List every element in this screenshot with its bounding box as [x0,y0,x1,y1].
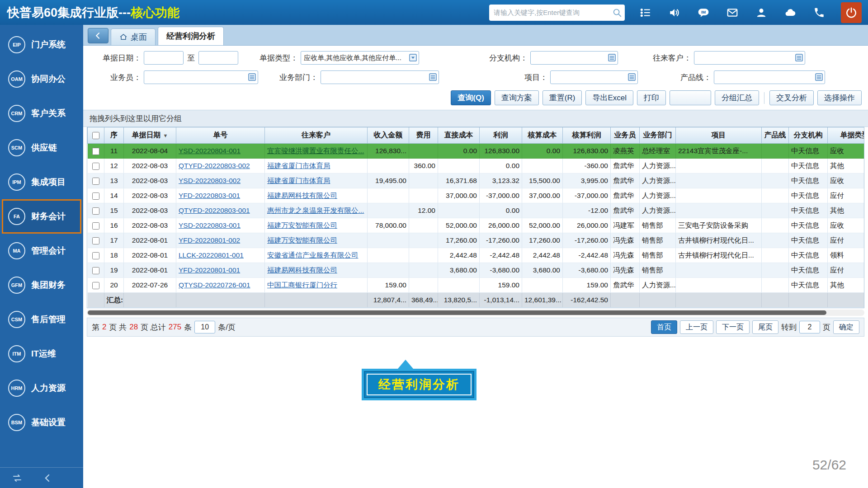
sidebar-item-gfm[interactable]: GFM集团财务 [0,268,83,302]
customer-link[interactable]: 安徽省通信产业服务有限公司 [267,251,359,259]
table-row[interactable]: 192022-08-01YFD-20220801-001福建易网科技有限公司3,… [88,263,865,278]
doc-no-link[interactable]: YFD-20220803-001 [179,192,240,199]
salesman-input[interactable] [144,70,258,84]
doc-date-to-input[interactable] [198,51,238,65]
lookup-icon[interactable] [795,54,803,61]
row-checkbox[interactable] [92,192,99,200]
customer-link[interactable]: 福建易网科技有限公司 [267,192,337,199]
query-plan-button[interactable]: 查询方案 [495,90,539,105]
dropdown-icon[interactable] [409,54,417,61]
sidebar-item-csm[interactable]: CSM售后管理 [0,302,83,337]
user-icon[interactable] [753,5,769,21]
search-input[interactable] [494,9,612,16]
sort-desc-icon[interactable]: ▼ [163,133,168,138]
col-header-seq[interactable]: 序 [104,127,124,144]
table-row[interactable]: 112022-08-04YSD-20220804-001宜宾骏继洪骥置业有限责任… [88,144,865,159]
confirm-button[interactable]: 确定 [833,320,859,334]
table-row[interactable]: 202022-07-26QTYSD-20220726-001中国工商银行厦门分行… [88,278,865,293]
col-header-direct-cost[interactable]: 直接成本 [438,127,480,144]
table-row[interactable]: 122022-08-03QTYFD-20220803-002福建省厦门市体育局3… [88,159,865,174]
doc-no-link[interactable]: QTYFD-20220803-002 [179,162,250,169]
cross-analysis-button[interactable]: 交叉分析 [769,90,814,105]
doc-no-link[interactable]: YFD-20220801-002 [179,236,240,244]
lookup-icon[interactable] [628,73,636,81]
search-icon[interactable] [612,8,622,18]
lookup-icon[interactable] [815,73,823,81]
print-button[interactable]: 打印 [637,90,666,105]
table-row[interactable]: 182022-08-01LLCK-20220801-001安徽省通信产业服务有限… [88,248,865,263]
customer-link[interactable]: 宜宾骏继洪骥置业有限责任公... [267,147,364,155]
doc-type-input[interactable] [301,51,419,65]
customer-input[interactable] [694,51,805,65]
blank-button[interactable] [670,90,711,105]
customer-link[interactable]: 福建万安智能有限公司 [267,221,337,229]
sidebar-item-eip[interactable]: EIP门户系统 [0,28,83,62]
tab-desktop[interactable]: 桌面 [111,28,156,45]
speaker-icon[interactable] [666,5,683,21]
row-checkbox[interactable] [92,252,99,259]
customer-link[interactable]: 福建省厦门市体育局 [267,162,330,169]
horizontal-scrollbar[interactable] [87,310,864,316]
sidebar-item-fa[interactable]: FA财务会计 [2,199,81,234]
im-icon[interactable]: IM [695,5,712,21]
customer-link[interactable]: 福建省厦门市体育局 [267,177,330,184]
doc-date-from-input[interactable] [144,51,184,65]
sidebar-item-crm[interactable]: CRM客户关系 [0,96,83,131]
col-header-acct-cost[interactable]: 核算成本 [522,127,563,144]
col-header-doc-date[interactable]: 单据日期▼ [124,127,176,144]
row-checkbox[interactable] [92,178,99,185]
col-header-customer[interactable]: 往来客户 [265,127,368,144]
row-checkbox[interactable] [92,237,99,244]
menu-list-icon[interactable] [637,5,654,21]
scrollbar-thumb[interactable] [88,310,826,315]
table-row[interactable]: 152022-08-03QTYFD-20220803-001惠州市龙之泉温泉开发… [88,203,865,218]
sidebar-item-itm[interactable]: ITMIT运维 [0,337,83,371]
table-row[interactable]: 172022-08-01YFD-20220801-002福建万安智能有限公司17… [88,233,865,248]
sidebar-item-bsm[interactable]: BSM基础设置 [0,405,83,440]
col-header-salesman[interactable]: 业务员 [611,127,640,144]
customer-link[interactable]: 福建万安智能有限公司 [267,236,337,244]
doc-no-link[interactable]: LLCK-20220801-001 [179,251,244,259]
prev-page-button[interactable]: 上一页 [680,320,713,334]
switch-icon[interactable] [12,473,23,483]
doc-no-link[interactable]: QTYFD-20220803-001 [179,206,250,214]
table-row[interactable]: 162022-08-03YSD-20220803-001福建万安智能有限公司78… [88,218,865,233]
col-header-product-line[interactable]: 产品线 [762,127,789,144]
col-header-fee[interactable]: 费用 [409,127,438,144]
mail-icon[interactable] [724,5,741,21]
group-summary-button[interactable]: 分组汇总 [715,90,759,105]
col-header-select[interactable] [88,127,104,144]
select-operation-button[interactable]: 选择操作 [817,90,862,105]
col-header-project[interactable]: 项目 [676,127,762,144]
first-page-button[interactable]: 首页 [651,320,677,334]
sidebar-item-ipm[interactable]: IPM集成项目 [0,165,83,199]
cloud-icon[interactable] [782,5,798,21]
table-row[interactable]: 142022-08-03YFD-20220803-001福建易网科技有限公司37… [88,188,865,203]
doc-no-link[interactable]: QTYSD-20220726-001 [179,281,250,289]
back-button[interactable] [88,28,108,43]
row-checkbox[interactable] [92,207,99,215]
sidebar-item-oam[interactable]: OAM协同办公 [0,62,83,96]
row-checkbox[interactable] [92,163,99,170]
product-line-input[interactable] [714,70,825,84]
branch-input[interactable] [530,51,618,65]
row-checkbox[interactable] [92,222,99,230]
table-row[interactable]: 132022-08-03YSD-20220803-002福建省厦门市体育局19,… [88,174,865,188]
reset-button[interactable]: 重置(R) [542,90,582,105]
project-input[interactable] [550,70,638,84]
sidebar-item-hrm[interactable]: HRM人力资源 [0,371,83,405]
row-checkbox[interactable] [92,282,99,289]
customer-link[interactable]: 惠州市龙之泉温泉开发有限公... [267,206,364,214]
doc-no-link[interactable]: YFD-20220801-001 [179,266,240,274]
col-header-profit[interactable]: 利润 [480,127,522,144]
customer-link[interactable]: 福建易网科技有限公司 [267,266,337,274]
col-header-branch[interactable]: 分支机构 [789,127,828,144]
last-page-button[interactable]: 尾页 [752,320,778,334]
sidebar-item-ma[interactable]: MA管理会计 [0,234,83,268]
row-checkbox[interactable] [92,267,99,274]
col-header-acct-profit[interactable]: 核算利润 [563,127,611,144]
doc-no-link[interactable]: YSD-20220804-001 [179,147,241,155]
collapse-sidebar-icon[interactable] [42,473,53,483]
doc-no-link[interactable]: YSD-20220803-001 [179,221,241,229]
power-icon[interactable] [841,2,862,23]
